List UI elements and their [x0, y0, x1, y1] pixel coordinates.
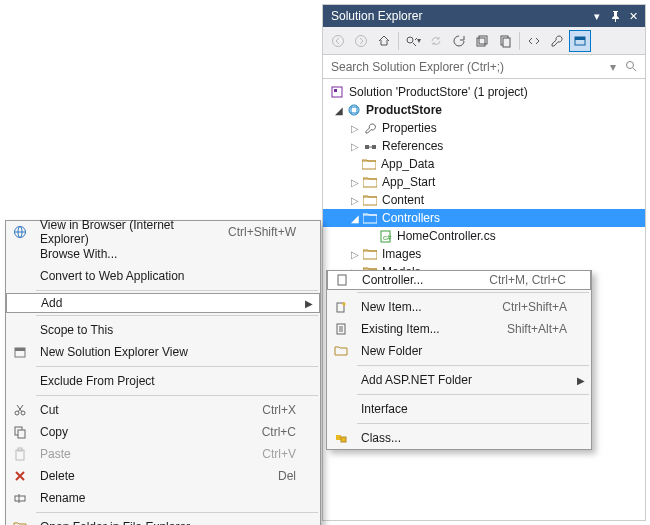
menu-add-aspnet[interactable]: Add ASP.NET Folder▶ — [327, 369, 591, 391]
menu-delete[interactable]: DeleteDel — [6, 465, 320, 487]
menu-label: Class... — [361, 431, 567, 445]
properties-icon[interactable] — [546, 30, 568, 52]
menu-cut[interactable]: CutCtrl+X — [6, 399, 320, 421]
menu-class[interactable]: Class... — [327, 427, 591, 449]
menu-shortcut: Ctrl+C — [242, 425, 296, 439]
menu-interface[interactable]: Interface — [327, 398, 591, 420]
refresh-icon[interactable] — [448, 30, 470, 52]
tree-item-references[interactable]: References — [323, 137, 645, 155]
menu-separator — [36, 315, 318, 316]
tree-item-homecontroller[interactable]: c# HomeController.cs — [323, 227, 645, 245]
wrench-icon — [362, 120, 378, 136]
menu-existing-item[interactable]: Existing Item...Shift+Alt+A — [327, 318, 591, 340]
tree-item-appstart[interactable]: App_Start — [323, 173, 645, 191]
svg-rect-24 — [18, 430, 25, 438]
tree-item-appdata[interactable]: App_Data — [323, 155, 645, 173]
menu-shortcut: Ctrl+Shift+W — [208, 225, 296, 239]
search-icon[interactable] — [623, 59, 639, 75]
expand-arrow-icon[interactable] — [349, 177, 361, 188]
svg-rect-13 — [365, 145, 369, 149]
toolbar-separator — [519, 32, 520, 50]
svg-rect-8 — [575, 37, 585, 40]
menu-separator — [357, 423, 589, 424]
back-icon[interactable] — [327, 30, 349, 52]
expand-arrow-icon[interactable] — [349, 249, 361, 260]
open-folder-icon — [6, 516, 34, 525]
menu-open-folder[interactable]: Open Folder in File Explorer — [6, 516, 320, 525]
scope-icon[interactable]: ▾ — [402, 30, 424, 52]
expand-arrow-icon[interactable] — [333, 105, 345, 116]
item-label: References — [382, 139, 443, 153]
menu-new-view[interactable]: New Solution Explorer View — [6, 341, 320, 363]
menu-browse-with[interactable]: Browse With... — [6, 243, 320, 265]
menu-label: Interface — [361, 402, 567, 416]
submenu-arrow-icon: ▶ — [305, 298, 313, 309]
sync-icon[interactable] — [425, 30, 447, 52]
svg-rect-14 — [372, 145, 376, 149]
expand-arrow-icon[interactable] — [349, 195, 361, 206]
svg-rect-28 — [338, 275, 346, 285]
svg-point-1 — [356, 35, 367, 46]
menu-label: Existing Item... — [361, 322, 487, 336]
menu-new-item[interactable]: New Item...Ctrl+Shift+A — [327, 296, 591, 318]
browser-icon — [6, 221, 34, 243]
menu-label: Open Folder in File Explorer — [40, 520, 296, 525]
panel-header-controls: ▾ ✕ — [589, 8, 641, 24]
solution-node[interactable]: Solution 'ProductStore' (1 project) — [323, 83, 645, 101]
menu-label: Cut — [40, 403, 242, 417]
menu-shortcut: Ctrl+M, Ctrl+C — [469, 273, 566, 287]
menu-label: View in Browser (Internet Explorer) — [40, 218, 208, 246]
expand-arrow-icon[interactable] — [349, 123, 361, 134]
show-all-files-icon[interactable] — [494, 30, 516, 52]
menu-separator — [36, 366, 318, 367]
item-label: Images — [382, 247, 421, 261]
menu-separator — [36, 290, 318, 291]
svg-text:c#: c# — [383, 233, 392, 242]
tree-item-content[interactable]: Content — [323, 191, 645, 209]
pin-icon[interactable] — [607, 8, 623, 24]
solution-label: Solution 'ProductStore' (1 project) — [349, 85, 528, 99]
menu-add[interactable]: Add▶ — [6, 293, 320, 313]
tree-item-properties[interactable]: Properties — [323, 119, 645, 137]
menu-rename[interactable]: Rename — [6, 487, 320, 509]
menu-controller[interactable]: Controller...Ctrl+M, Ctrl+C — [327, 270, 591, 290]
menu-copy[interactable]: CopyCtrl+C — [6, 421, 320, 443]
panel-header: Solution Explorer ▾ ✕ — [323, 5, 645, 27]
folder-icon — [362, 174, 378, 190]
expand-arrow-icon[interactable] — [349, 141, 361, 152]
menu-separator — [357, 292, 589, 293]
close-icon[interactable]: ✕ — [625, 8, 641, 24]
project-node[interactable]: ProductStore — [323, 101, 645, 119]
references-icon — [362, 138, 378, 154]
menu-exclude[interactable]: Exclude From Project — [6, 370, 320, 392]
search-input[interactable] — [329, 59, 605, 75]
menu-scope[interactable]: Scope to This — [6, 319, 320, 341]
paste-icon — [6, 443, 34, 465]
menu-new-folder[interactable]: New Folder — [327, 340, 591, 362]
svg-rect-11 — [334, 89, 337, 92]
menu-separator — [36, 395, 318, 396]
panel-title: Solution Explorer — [331, 9, 422, 23]
file-icon — [328, 269, 356, 291]
view-code-icon[interactable] — [523, 30, 545, 52]
menu-view-in-browser[interactable]: View in Browser (Internet Explorer) Ctrl… — [6, 221, 320, 243]
preview-icon[interactable] — [569, 30, 591, 52]
tree-item-controllers[interactable]: Controllers — [323, 209, 645, 227]
dropdown-icon[interactable]: ▾ — [589, 8, 605, 24]
search-dropdown-icon[interactable]: ▾ — [605, 59, 621, 75]
new-view-icon — [6, 341, 34, 363]
submenu-arrow-icon: ▶ — [577, 375, 585, 386]
folder-icon — [361, 156, 377, 172]
collapse-all-icon[interactable] — [471, 30, 493, 52]
toolbar-separator — [398, 32, 399, 50]
existing-item-icon — [327, 318, 355, 340]
forward-icon[interactable] — [350, 30, 372, 52]
expand-arrow-icon[interactable] — [349, 213, 361, 224]
svg-rect-20 — [15, 348, 25, 351]
menu-convert[interactable]: Convert to Web Application — [6, 265, 320, 287]
menu-label: Add ASP.NET Folder — [361, 373, 567, 387]
item-label: App_Start — [382, 175, 435, 189]
folder-icon — [362, 210, 378, 226]
home-icon[interactable] — [373, 30, 395, 52]
tree-item-images[interactable]: Images — [323, 245, 645, 263]
